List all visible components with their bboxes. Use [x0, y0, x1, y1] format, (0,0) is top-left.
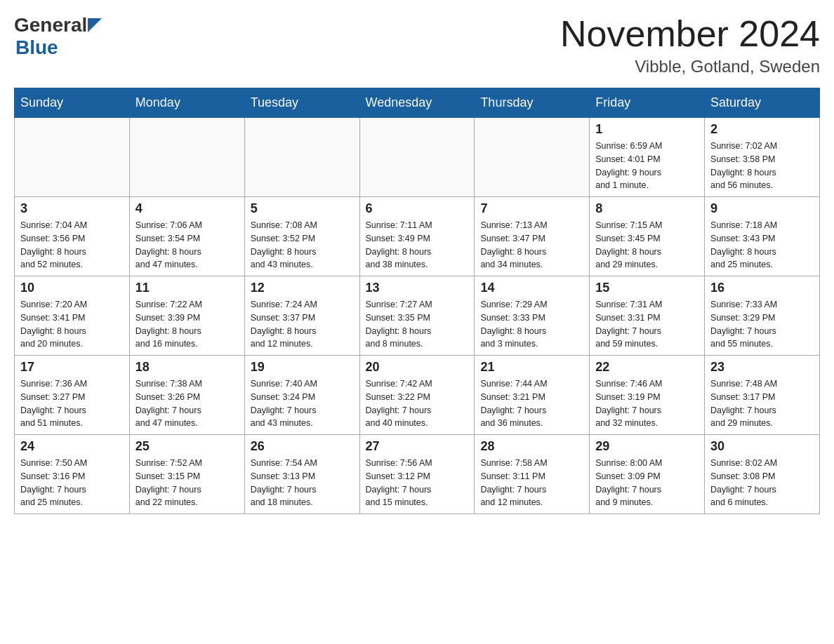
- calendar-day-cell: 12Sunrise: 7:24 AMSunset: 3:37 PMDayligh…: [244, 276, 359, 356]
- day-info: Sunrise: 7:20 AMSunset: 3:41 PMDaylight:…: [20, 298, 124, 351]
- day-info: Sunrise: 7:27 AMSunset: 3:35 PMDaylight:…: [366, 298, 469, 351]
- calendar-day-cell: [475, 118, 590, 197]
- day-number: 10: [20, 281, 124, 295]
- day-of-week-header: Tuesday: [244, 88, 359, 118]
- calendar-day-cell: 4Sunrise: 7:06 AMSunset: 3:54 PMDaylight…: [129, 197, 244, 276]
- day-info: Sunrise: 7:13 AMSunset: 3:47 PMDaylight:…: [480, 219, 583, 271]
- calendar-day-cell: [244, 118, 359, 197]
- calendar-day-cell: 27Sunrise: 7:56 AMSunset: 3:12 PMDayligh…: [359, 435, 475, 514]
- day-of-week-header: Monday: [129, 88, 244, 118]
- day-info: Sunrise: 7:29 AMSunset: 3:33 PMDaylight:…: [480, 298, 583, 351]
- calendar-day-cell: 29Sunrise: 8:00 AMSunset: 3:09 PMDayligh…: [590, 435, 705, 514]
- calendar-day-cell: 1Sunrise: 6:59 AMSunset: 4:01 PMDaylight…: [590, 118, 705, 197]
- day-info: Sunrise: 7:06 AMSunset: 3:54 PMDaylight:…: [135, 219, 239, 271]
- title-area: November 2024 Vibble, Gotland, Sweden: [560, 14, 820, 76]
- day-number: 2: [710, 122, 814, 137]
- calendar-day-cell: 17Sunrise: 7:36 AMSunset: 3:27 PMDayligh…: [15, 356, 130, 435]
- day-info: Sunrise: 7:44 AMSunset: 3:21 PMDaylight:…: [480, 377, 583, 430]
- day-number: 28: [480, 439, 583, 454]
- day-info: Sunrise: 7:31 AMSunset: 3:31 PMDaylight:…: [595, 298, 699, 351]
- calendar-day-cell: 19Sunrise: 7:40 AMSunset: 3:24 PMDayligh…: [244, 356, 359, 435]
- logo-blue-text: Blue: [15, 36, 58, 58]
- month-year-title: November 2024: [560, 14, 820, 54]
- day-info: Sunrise: 7:42 AMSunset: 3:22 PMDaylight:…: [366, 377, 469, 430]
- logo-area: General Blue: [14, 14, 102, 59]
- day-info: Sunrise: 7:54 AMSunset: 3:13 PMDaylight:…: [251, 457, 354, 509]
- day-number: 20: [366, 360, 469, 375]
- day-info: Sunrise: 7:24 AMSunset: 3:37 PMDaylight:…: [251, 298, 354, 351]
- calendar-day-cell: 28Sunrise: 7:58 AMSunset: 3:11 PMDayligh…: [475, 435, 590, 514]
- day-info: Sunrise: 7:08 AMSunset: 3:52 PMDaylight:…: [251, 219, 354, 271]
- day-info: Sunrise: 7:40 AMSunset: 3:24 PMDaylight:…: [251, 377, 354, 430]
- calendar-day-cell: 5Sunrise: 7:08 AMSunset: 3:52 PMDaylight…: [244, 197, 359, 276]
- day-number: 24: [20, 439, 124, 454]
- day-number: 27: [366, 439, 469, 454]
- day-info: Sunrise: 7:11 AMSunset: 3:49 PMDaylight:…: [366, 219, 469, 271]
- calendar-day-cell: 30Sunrise: 8:02 AMSunset: 3:08 PMDayligh…: [705, 435, 820, 514]
- day-number: 22: [595, 360, 699, 375]
- day-info: Sunrise: 7:58 AMSunset: 3:11 PMDaylight:…: [480, 457, 583, 509]
- day-info: Sunrise: 7:46 AMSunset: 3:19 PMDaylight:…: [595, 377, 699, 430]
- day-info: Sunrise: 7:52 AMSunset: 3:15 PMDaylight:…: [135, 457, 239, 509]
- day-number: 1: [595, 122, 699, 137]
- day-info: Sunrise: 6:59 AMSunset: 4:01 PMDaylight:…: [595, 140, 699, 192]
- day-of-week-header: Sunday: [15, 88, 130, 118]
- day-info: Sunrise: 7:38 AMSunset: 3:26 PMDaylight:…: [135, 377, 239, 430]
- calendar-day-cell: 14Sunrise: 7:29 AMSunset: 3:33 PMDayligh…: [475, 276, 590, 356]
- page-header: General Blue November 2024 Vibble, Gotla…: [14, 14, 820, 76]
- calendar-day-cell: 23Sunrise: 7:48 AMSunset: 3:17 PMDayligh…: [705, 356, 820, 435]
- day-number: 9: [710, 201, 814, 216]
- calendar-day-cell: 16Sunrise: 7:33 AMSunset: 3:29 PMDayligh…: [705, 276, 820, 356]
- day-number: 19: [251, 360, 354, 375]
- calendar-day-cell: 9Sunrise: 7:18 AMSunset: 3:43 PMDaylight…: [705, 197, 820, 276]
- day-of-week-header: Wednesday: [359, 88, 475, 118]
- day-number: 12: [251, 281, 354, 295]
- calendar-day-cell: 24Sunrise: 7:50 AMSunset: 3:16 PMDayligh…: [15, 435, 130, 514]
- calendar-day-cell: 22Sunrise: 7:46 AMSunset: 3:19 PMDayligh…: [590, 356, 705, 435]
- day-number: 30: [710, 439, 814, 454]
- day-info: Sunrise: 7:50 AMSunset: 3:16 PMDaylight:…: [20, 457, 124, 509]
- calendar-day-cell: [359, 118, 475, 197]
- calendar-day-cell: 3Sunrise: 7:04 AMSunset: 3:56 PMDaylight…: [15, 197, 130, 276]
- calendar-day-cell: 6Sunrise: 7:11 AMSunset: 3:49 PMDaylight…: [359, 197, 475, 276]
- day-number: 29: [595, 439, 699, 454]
- day-info: Sunrise: 7:18 AMSunset: 3:43 PMDaylight:…: [710, 219, 814, 271]
- day-number: 26: [251, 439, 354, 454]
- day-number: 14: [480, 281, 583, 295]
- day-info: Sunrise: 7:22 AMSunset: 3:39 PMDaylight:…: [135, 298, 239, 351]
- day-number: 17: [20, 360, 124, 375]
- svg-marker-0: [88, 18, 102, 32]
- day-number: 5: [251, 201, 354, 216]
- day-number: 4: [135, 201, 239, 216]
- day-info: Sunrise: 8:02 AMSunset: 3:08 PMDaylight:…: [710, 457, 814, 509]
- calendar-week-row: 3Sunrise: 7:04 AMSunset: 3:56 PMDaylight…: [15, 197, 820, 276]
- day-number: 23: [710, 360, 814, 375]
- day-info: Sunrise: 8:00 AMSunset: 3:09 PMDaylight:…: [595, 457, 699, 509]
- calendar-header-row: SundayMondayTuesdayWednesdayThursdayFrid…: [15, 88, 820, 118]
- calendar-day-cell: 11Sunrise: 7:22 AMSunset: 3:39 PMDayligh…: [129, 276, 244, 356]
- day-number: 6: [366, 201, 469, 216]
- day-number: 21: [480, 360, 583, 375]
- day-of-week-header: Thursday: [475, 88, 590, 118]
- calendar-week-row: 17Sunrise: 7:36 AMSunset: 3:27 PMDayligh…: [15, 356, 820, 435]
- day-info: Sunrise: 7:56 AMSunset: 3:12 PMDaylight:…: [366, 457, 469, 509]
- day-number: 13: [366, 281, 469, 295]
- calendar-week-row: 10Sunrise: 7:20 AMSunset: 3:41 PMDayligh…: [15, 276, 820, 356]
- calendar-day-cell: 18Sunrise: 7:38 AMSunset: 3:26 PMDayligh…: [129, 356, 244, 435]
- day-info: Sunrise: 7:48 AMSunset: 3:17 PMDaylight:…: [710, 377, 814, 430]
- logo: General: [14, 14, 102, 36]
- day-number: 18: [135, 360, 239, 375]
- calendar-week-row: 24Sunrise: 7:50 AMSunset: 3:16 PMDayligh…: [15, 435, 820, 514]
- day-info: Sunrise: 7:02 AMSunset: 3:58 PMDaylight:…: [710, 140, 814, 192]
- day-info: Sunrise: 7:33 AMSunset: 3:29 PMDaylight:…: [710, 298, 814, 351]
- day-of-week-header: Saturday: [705, 88, 820, 118]
- day-number: 11: [135, 281, 239, 295]
- day-number: 25: [135, 439, 239, 454]
- logo-icon: [88, 18, 102, 32]
- day-number: 7: [480, 201, 583, 216]
- calendar-day-cell: 20Sunrise: 7:42 AMSunset: 3:22 PMDayligh…: [359, 356, 475, 435]
- calendar-day-cell: 21Sunrise: 7:44 AMSunset: 3:21 PMDayligh…: [475, 356, 590, 435]
- calendar-day-cell: 2Sunrise: 7:02 AMSunset: 3:58 PMDaylight…: [705, 118, 820, 197]
- day-number: 15: [595, 281, 699, 295]
- calendar-day-cell: 10Sunrise: 7:20 AMSunset: 3:41 PMDayligh…: [15, 276, 130, 356]
